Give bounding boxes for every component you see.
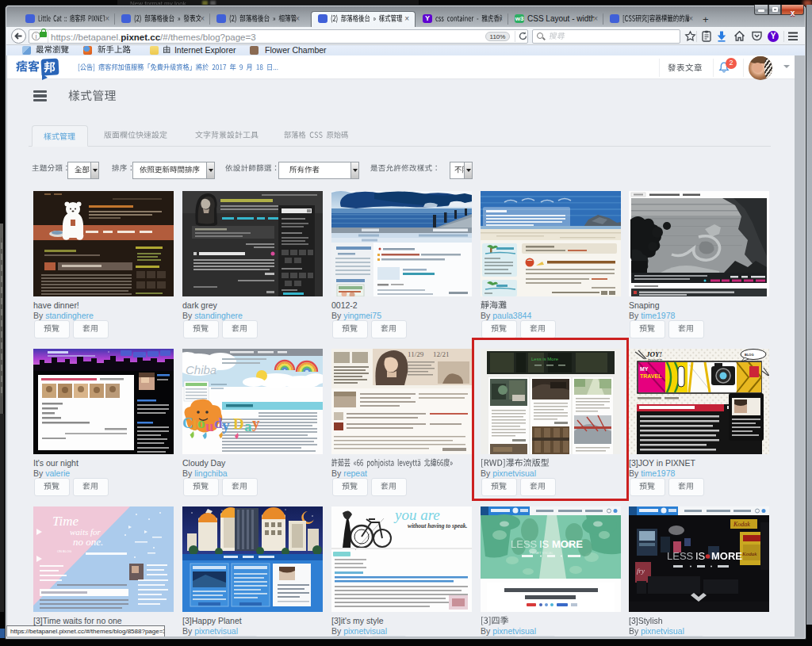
svg-text:you are: you are: [393, 506, 440, 523]
svg-text:PIXNET VISUAL: PIXNET VISUAL: [530, 551, 553, 555]
svg-text:LESS: LESS: [511, 538, 538, 550]
svg-text:l: l: [193, 417, 197, 434]
svg-text:a: a: [244, 418, 252, 434]
svg-text:D: D: [233, 415, 244, 432]
svg-text:LESS: LESS: [667, 550, 694, 562]
svg-text:Kodak: Kodak: [733, 521, 750, 528]
svg-text:without having to speak.: without having to speak.: [408, 522, 468, 529]
svg-text:JOY!: JOY!: [645, 350, 662, 358]
svg-text:IS: IS: [695, 550, 706, 562]
svg-text:BLOG: BLOG: [745, 353, 754, 357]
svg-text:fry: fry: [637, 567, 645, 575]
svg-text:ON BLOG: ON BLOG: [57, 549, 71, 553]
svg-text:y: y: [222, 417, 230, 434]
svg-text:MORE: MORE: [711, 550, 742, 562]
svg-text:MY: MY: [640, 366, 649, 372]
svg-text:11/29: 11/29: [408, 350, 424, 358]
svg-text:y: y: [252, 415, 260, 431]
svg-text:Chiba: Chiba: [186, 363, 216, 377]
svg-text:IS: IS: [539, 538, 550, 550]
svg-text:u: u: [205, 418, 214, 434]
svg-text:MORE: MORE: [552, 538, 583, 550]
svg-text:no one.: no one.: [73, 536, 103, 548]
svg-text:12/21: 12/21: [433, 350, 450, 358]
svg-text:o: o: [197, 415, 205, 431]
svg-text:C: C: [182, 415, 193, 431]
svg-text:Kodak: Kodak: [741, 551, 757, 557]
svg-text:TRAVEL: TRAVEL: [640, 373, 662, 379]
